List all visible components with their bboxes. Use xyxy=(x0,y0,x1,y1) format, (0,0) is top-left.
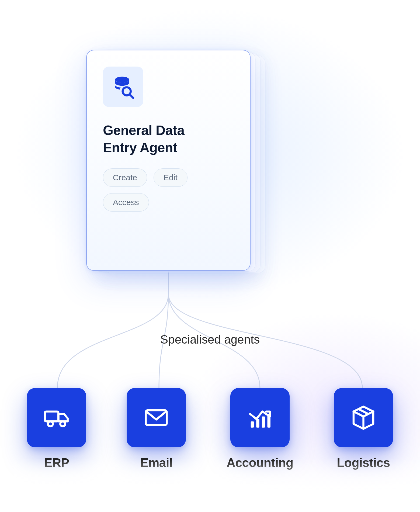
specialised-agents-row: ERP Email xyxy=(27,388,393,470)
svg-point-3 xyxy=(48,421,53,426)
bottom-fade xyxy=(0,458,420,512)
agent-card: General Data Entry Agent Create Edit Acc… xyxy=(86,50,251,271)
mail-icon xyxy=(127,388,186,447)
svg-rect-2 xyxy=(45,411,58,421)
tag-access: Access xyxy=(103,193,149,212)
database-search-icon xyxy=(103,67,143,107)
package-icon xyxy=(334,388,393,447)
svg-rect-9 xyxy=(267,414,270,427)
tag-create: Create xyxy=(103,168,147,187)
agent-tile-email: Email xyxy=(127,388,186,470)
svg-point-4 xyxy=(60,421,65,426)
specialised-agents-label: Specialised agents xyxy=(0,333,420,346)
agent-tile-erp: ERP xyxy=(27,388,86,470)
svg-rect-8 xyxy=(262,416,265,427)
agent-tags: Create Edit Access xyxy=(103,168,234,212)
agent-tile-accounting: Accounting xyxy=(227,388,293,470)
truck-icon xyxy=(27,388,86,447)
svg-rect-6 xyxy=(251,421,254,428)
title-line-1: General Data xyxy=(103,123,184,138)
agent-tile-logistics: Logistics xyxy=(334,388,393,470)
chart-icon xyxy=(230,388,290,447)
diagram-stage: General Data Entry Agent Create Edit Acc… xyxy=(0,0,420,512)
agent-card-title: General Data Entry Agent xyxy=(103,122,234,156)
svg-rect-7 xyxy=(256,419,259,428)
svg-point-0 xyxy=(115,77,129,83)
title-line-2: Entry Agent xyxy=(103,140,177,155)
tag-edit: Edit xyxy=(154,168,188,187)
